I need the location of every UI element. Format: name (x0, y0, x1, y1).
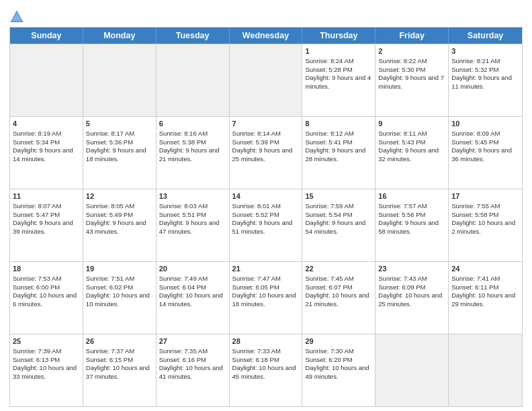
day-number: 23 (378, 264, 445, 274)
svg-marker-1 (11, 12, 22, 21)
day-info: Sunrise: 7:45 AM Sunset: 6:07 PM Dayligh… (305, 275, 369, 308)
day-info: Sunrise: 8:24 AM Sunset: 5:28 PM Dayligh… (305, 57, 371, 90)
day-number: 4 (13, 119, 80, 129)
day-info: Sunrise: 7:55 AM Sunset: 5:58 PM Dayligh… (451, 202, 515, 235)
day-number: 17 (451, 191, 519, 201)
day-info: Sunrise: 8:14 AM Sunset: 5:39 PM Dayligh… (232, 130, 293, 163)
weekday-header: Monday (83, 28, 157, 44)
day-info: Sunrise: 8:01 AM Sunset: 5:52 PM Dayligh… (232, 202, 293, 235)
empty-cell (375, 334, 449, 406)
calendar-day-cell: 21Sunrise: 7:47 AM Sunset: 6:05 PM Dayli… (230, 262, 303, 334)
day-info: Sunrise: 7:47 AM Sunset: 6:05 PM Dayligh… (232, 275, 296, 308)
calendar-body: 1Sunrise: 8:24 AM Sunset: 5:28 PM Daylig… (10, 44, 522, 406)
logo (9, 9, 26, 24)
calendar-row: 11Sunrise: 8:07 AM Sunset: 5:47 PM Dayli… (10, 189, 522, 261)
calendar-header: SundayMondayTuesdayWednesdayThursdayFrid… (10, 28, 522, 44)
day-info: Sunrise: 7:49 AM Sunset: 6:04 PM Dayligh… (159, 275, 223, 308)
day-info: Sunrise: 7:59 AM Sunset: 5:54 PM Dayligh… (305, 202, 365, 235)
empty-cell (449, 334, 522, 406)
calendar-day-cell: 29Sunrise: 7:30 AM Sunset: 6:20 PM Dayli… (302, 334, 375, 406)
day-number: 9 (378, 119, 445, 129)
calendar-row: 4Sunrise: 8:19 AM Sunset: 5:34 PM Daylig… (10, 116, 522, 189)
day-number: 16 (378, 191, 445, 201)
day-number: 28 (232, 336, 300, 347)
empty-cell (83, 44, 157, 116)
calendar-day-cell: 15Sunrise: 7:59 AM Sunset: 5:54 PM Dayli… (302, 189, 375, 261)
day-info: Sunrise: 8:16 AM Sunset: 5:38 PM Dayligh… (159, 130, 220, 163)
day-number: 20 (159, 264, 226, 274)
calendar-day-cell: 12Sunrise: 8:05 AM Sunset: 5:49 PM Dayli… (83, 189, 157, 261)
day-number: 25 (13, 336, 80, 347)
day-number: 13 (159, 191, 226, 201)
calendar-day-cell: 4Sunrise: 8:19 AM Sunset: 5:34 PM Daylig… (10, 117, 83, 189)
day-number: 10 (451, 119, 519, 129)
calendar-day-cell: 10Sunrise: 8:09 AM Sunset: 5:45 PM Dayli… (449, 117, 522, 189)
day-info: Sunrise: 7:35 AM Sunset: 6:16 PM Dayligh… (159, 347, 223, 380)
page: SundayMondayTuesdayWednesdayThursdayFrid… (0, 0, 532, 411)
day-number: 15 (305, 191, 372, 201)
day-number: 14 (232, 191, 300, 201)
calendar-day-cell: 22Sunrise: 7:45 AM Sunset: 6:07 PM Dayli… (302, 262, 375, 334)
calendar-day-cell: 1Sunrise: 8:24 AM Sunset: 5:28 PM Daylig… (302, 44, 375, 116)
day-number: 27 (159, 336, 226, 347)
day-number: 26 (86, 336, 153, 347)
calendar-day-cell: 18Sunrise: 7:53 AM Sunset: 6:00 PM Dayli… (10, 262, 83, 334)
day-info: Sunrise: 7:39 AM Sunset: 6:13 PM Dayligh… (13, 347, 77, 380)
day-info: Sunrise: 8:05 AM Sunset: 5:49 PM Dayligh… (86, 202, 146, 235)
day-number: 8 (305, 119, 372, 129)
weekday-header: Thursday (302, 28, 375, 44)
day-info: Sunrise: 8:03 AM Sunset: 5:51 PM Dayligh… (159, 202, 220, 235)
day-number: 21 (232, 264, 300, 274)
calendar-day-cell: 19Sunrise: 7:51 AM Sunset: 6:02 PM Dayli… (83, 262, 157, 334)
day-info: Sunrise: 8:17 AM Sunset: 5:36 PM Dayligh… (86, 130, 146, 163)
day-number: 3 (451, 46, 519, 56)
day-info: Sunrise: 7:33 AM Sunset: 6:18 PM Dayligh… (232, 347, 296, 380)
day-info: Sunrise: 7:43 AM Sunset: 6:09 PM Dayligh… (378, 275, 442, 308)
calendar-day-cell: 13Sunrise: 8:03 AM Sunset: 5:51 PM Dayli… (157, 189, 230, 261)
calendar-day-cell: 20Sunrise: 7:49 AM Sunset: 6:04 PM Dayli… (157, 262, 230, 334)
day-info: Sunrise: 8:11 AM Sunset: 5:43 PM Dayligh… (378, 130, 439, 163)
day-number: 2 (378, 46, 445, 56)
calendar-day-cell: 24Sunrise: 7:41 AM Sunset: 6:11 PM Dayli… (449, 262, 522, 334)
weekday-header: Tuesday (157, 28, 230, 44)
day-number: 7 (232, 119, 300, 129)
calendar: SundayMondayTuesdayWednesdayThursdayFrid… (9, 27, 523, 407)
empty-cell (230, 44, 303, 116)
logo-icon (9, 9, 24, 24)
calendar-day-cell: 23Sunrise: 7:43 AM Sunset: 6:09 PM Dayli… (375, 262, 449, 334)
day-number: 12 (86, 191, 153, 201)
calendar-day-cell: 9Sunrise: 8:11 AM Sunset: 5:43 PM Daylig… (375, 117, 449, 189)
header (9, 7, 523, 24)
calendar-day-cell: 14Sunrise: 8:01 AM Sunset: 5:52 PM Dayli… (230, 189, 303, 261)
day-info: Sunrise: 8:19 AM Sunset: 5:34 PM Dayligh… (13, 130, 73, 163)
calendar-day-cell: 2Sunrise: 8:22 AM Sunset: 5:30 PM Daylig… (375, 44, 449, 116)
calendar-day-cell: 16Sunrise: 7:57 AM Sunset: 5:56 PM Dayli… (375, 189, 449, 261)
calendar-day-cell: 28Sunrise: 7:33 AM Sunset: 6:18 PM Dayli… (230, 334, 303, 406)
calendar-day-cell: 26Sunrise: 7:37 AM Sunset: 6:15 PM Dayli… (83, 334, 157, 406)
weekday-header: Friday (375, 28, 449, 44)
day-number: 19 (86, 264, 153, 274)
day-number: 6 (159, 119, 226, 129)
day-number: 22 (305, 264, 372, 274)
calendar-day-cell: 25Sunrise: 7:39 AM Sunset: 6:13 PM Dayli… (10, 334, 83, 406)
day-number: 5 (86, 119, 153, 129)
day-number: 29 (305, 336, 372, 347)
day-info: Sunrise: 7:41 AM Sunset: 6:11 PM Dayligh… (451, 275, 515, 308)
calendar-day-cell: 6Sunrise: 8:16 AM Sunset: 5:38 PM Daylig… (157, 117, 230, 189)
calendar-row: 1Sunrise: 8:24 AM Sunset: 5:28 PM Daylig… (10, 44, 522, 116)
day-info: Sunrise: 8:12 AM Sunset: 5:41 PM Dayligh… (305, 130, 365, 163)
day-info: Sunrise: 8:07 AM Sunset: 5:47 PM Dayligh… (13, 202, 73, 235)
calendar-row: 18Sunrise: 7:53 AM Sunset: 6:00 PM Dayli… (10, 261, 522, 334)
day-number: 24 (451, 264, 519, 274)
day-number: 1 (305, 46, 372, 56)
weekday-header: Wednesday (230, 28, 303, 44)
calendar-day-cell: 5Sunrise: 8:17 AM Sunset: 5:36 PM Daylig… (83, 117, 157, 189)
empty-cell (10, 44, 83, 116)
day-info: Sunrise: 8:09 AM Sunset: 5:45 PM Dayligh… (451, 130, 512, 163)
day-info: Sunrise: 7:51 AM Sunset: 6:02 PM Dayligh… (86, 275, 150, 308)
calendar-day-cell: 3Sunrise: 8:21 AM Sunset: 5:32 PM Daylig… (449, 44, 522, 116)
day-info: Sunrise: 7:37 AM Sunset: 6:15 PM Dayligh… (86, 347, 150, 380)
day-number: 11 (13, 191, 80, 201)
calendar-day-cell: 11Sunrise: 8:07 AM Sunset: 5:47 PM Dayli… (10, 189, 83, 261)
calendar-day-cell: 7Sunrise: 8:14 AM Sunset: 5:39 PM Daylig… (230, 117, 303, 189)
